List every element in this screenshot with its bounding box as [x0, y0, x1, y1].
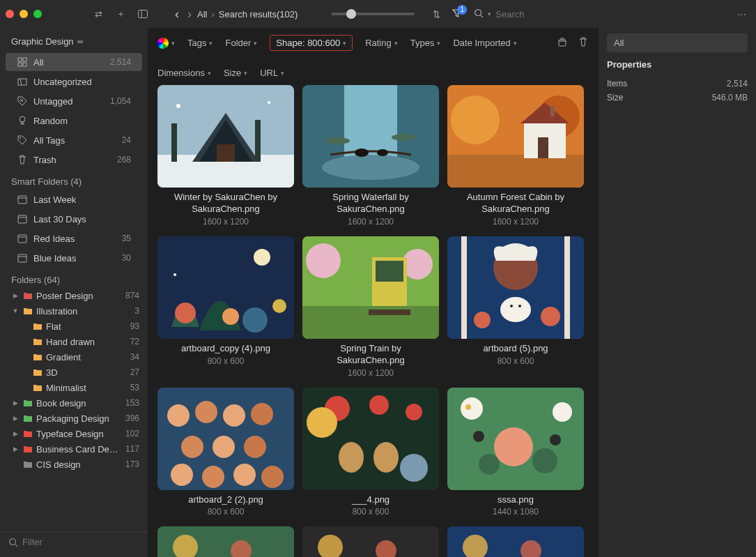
types-filter[interactable]: Types▾	[410, 38, 441, 48]
grid-icon	[17, 56, 28, 68]
sidebar-item-random[interactable]: Random	[6, 112, 142, 130]
folder-cis-design[interactable]: CIS design173	[0, 457, 148, 472]
folder-filter[interactable]: Folder▾	[225, 38, 257, 48]
thumbnail-card[interactable]: Winter by SakuraChen by SakuraChen.png16…	[157, 85, 294, 227]
url-filter[interactable]: URL▾	[260, 68, 284, 78]
thumbnail-card[interactable]	[302, 526, 439, 557]
folder-business-card-des-[interactable]: ▶Business Card Des…117	[0, 441, 148, 457]
tag-x-icon	[17, 96, 28, 107]
thumbnail-image	[302, 388, 439, 490]
thumbnail-card[interactable]: artboard_copy (4).png800 x 600	[157, 236, 294, 378]
svg-rect-14	[18, 196, 26, 204]
smart-folder-red-ideas[interactable]: Red Ideas35	[6, 229, 142, 247]
subfolder-minimalist[interactable]: Minimalist53	[0, 380, 148, 395]
rating-filter[interactable]: Rating▾	[365, 38, 398, 48]
folder-typeface-design[interactable]: ▶Typeface Design102	[0, 426, 148, 441]
nav-back-icon[interactable]: ‹	[175, 7, 179, 22]
add-icon[interactable]: ＋	[115, 8, 126, 20]
folder-label: Hand drawn	[46, 337, 128, 347]
chevron-down-icon[interactable]: ▾	[488, 10, 491, 17]
minimize-window-icon[interactable]	[20, 10, 28, 18]
color-filter[interactable]: ▾	[157, 38, 175, 49]
folder-poster-design[interactable]: ▶Poster Design874	[0, 288, 148, 303]
thumbnail-dimensions: 1600 x 1200	[348, 368, 394, 378]
properties-scope[interactable]: All	[607, 33, 748, 52]
sort-icon[interactable]: ⇅	[433, 9, 440, 20]
date-filter[interactable]: Date Imported▾	[453, 38, 516, 48]
thumbnail-dimensions: 800 x 600	[208, 356, 245, 366]
maximize-window-icon[interactable]	[33, 10, 42, 18]
thumbnail-dimensions: 800 x 600	[497, 356, 534, 366]
svg-rect-18	[18, 235, 26, 243]
sidebar-item-all[interactable]: All2,514	[6, 53, 142, 71]
folder-icon	[22, 397, 33, 409]
nav-forward-icon[interactable]: ›	[187, 7, 192, 22]
smart-folder-last-30-days[interactable]: Last 30 Days	[6, 210, 142, 228]
svg-point-88	[307, 407, 337, 438]
search-input[interactable]	[495, 9, 727, 20]
basket-icon[interactable]	[557, 36, 568, 49]
sidebar-item-all-tags[interactable]: All Tags24	[6, 131, 142, 149]
sidebar-filter-input[interactable]	[22, 537, 139, 547]
folder-illustration[interactable]: ▼Illustration3	[0, 303, 148, 319]
folder-count: 874	[125, 291, 142, 300]
disclosure-icon[interactable]: ▶	[11, 430, 20, 437]
thumbnail-card[interactable]: Autumn Forest Cabin by SakuraChen.png160…	[447, 85, 584, 227]
subfolder-gradient[interactable]: Gradient34	[0, 349, 148, 365]
close-window-icon[interactable]	[6, 10, 14, 18]
panel-toggle-icon[interactable]	[137, 8, 148, 20]
sidebar-item-trash[interactable]: Trash268	[6, 151, 142, 169]
folder-book-design[interactable]: ▶Book design153	[0, 395, 148, 411]
thumbnail-image	[157, 526, 294, 557]
smart-folder-blue-ideas[interactable]: Blue Ideas30	[6, 249, 142, 267]
svg-rect-65	[564, 236, 570, 339]
breadcrumb-root[interactable]: All	[197, 9, 207, 20]
thumbnail-card[interactable]: Spring Waterfall by SakuraChen.png1600 x…	[302, 85, 439, 227]
thumbnail-card[interactable]: artboard (5).png800 x 600	[447, 236, 584, 378]
svg-point-94	[465, 404, 471, 410]
thumbnail-card[interactable]	[447, 526, 584, 557]
thumbnail-card[interactable]	[157, 526, 294, 557]
trash-icon[interactable]	[578, 36, 589, 49]
zoom-slider[interactable]	[331, 13, 415, 15]
disclosure-icon[interactable]: ▶	[11, 292, 20, 299]
dimensions-filter[interactable]: Dimensions▾	[157, 68, 211, 78]
disclosure-icon[interactable]: ▶	[11, 399, 20, 406]
disclosure-icon[interactable]: ▶	[11, 415, 20, 422]
tags-filter[interactable]: Tags▾	[187, 38, 213, 48]
subfolder-flat[interactable]: Flat93	[0, 319, 148, 334]
swap-icon[interactable]: ⇄	[93, 8, 104, 20]
thumbnail-dimensions: 1440 x 1080	[493, 507, 539, 517]
folder-packaging-design[interactable]: ▶Packaging Design396	[0, 411, 148, 426]
disclosure-icon[interactable]: ▶	[11, 445, 20, 452]
thumbnail-image	[302, 85, 439, 188]
folder-count: 53	[130, 383, 142, 392]
svg-point-77	[181, 436, 203, 458]
filter-badge: 1	[457, 5, 467, 15]
sidebar-item-uncategorized[interactable]: Uncategorized	[6, 73, 142, 91]
subfolder-hand-drawn[interactable]: Hand drawn72	[0, 334, 148, 349]
thumbnail-card[interactable]: sssa.png1440 x 1080	[447, 388, 584, 517]
filter-button[interactable]: 1	[452, 8, 463, 21]
property-value: 2,514	[727, 79, 748, 89]
shape-filter[interactable]: Shape: 800:600▾	[270, 35, 353, 51]
svg-point-69	[518, 305, 521, 307]
thumbnail-name: sssa.png	[497, 494, 534, 506]
folder-label: Poster Design	[36, 291, 123, 301]
thumbnail-card[interactable]: artboard_2 (2).png800 x 600	[157, 388, 294, 517]
sidebar-filter[interactable]	[0, 532, 148, 551]
library-dropdown[interactable]: Graphic Design	[0, 33, 148, 52]
smart-folder-last-week[interactable]: Last Week	[6, 190, 142, 208]
svg-rect-60	[376, 261, 403, 282]
size-filter[interactable]: Size▾	[224, 68, 247, 78]
subfolder-3d[interactable]: 3D27	[0, 365, 148, 380]
library-title-label: Graphic Design	[11, 36, 74, 47]
thumbnail-card[interactable]: Spring Train by SakuraChen.png1600 x 120…	[302, 236, 439, 378]
svg-point-73	[167, 404, 190, 427]
thumbnail-image	[302, 526, 439, 557]
sidebar-item-untagged[interactable]: Untagged1,054	[6, 92, 142, 110]
more-icon[interactable]: ⋯	[737, 9, 746, 20]
thumbnail-card[interactable]: ___4.png800 x 600	[302, 388, 439, 517]
disclosure-icon[interactable]: ▼	[11, 307, 20, 314]
folder-label: Business Card Des…	[36, 444, 123, 455]
